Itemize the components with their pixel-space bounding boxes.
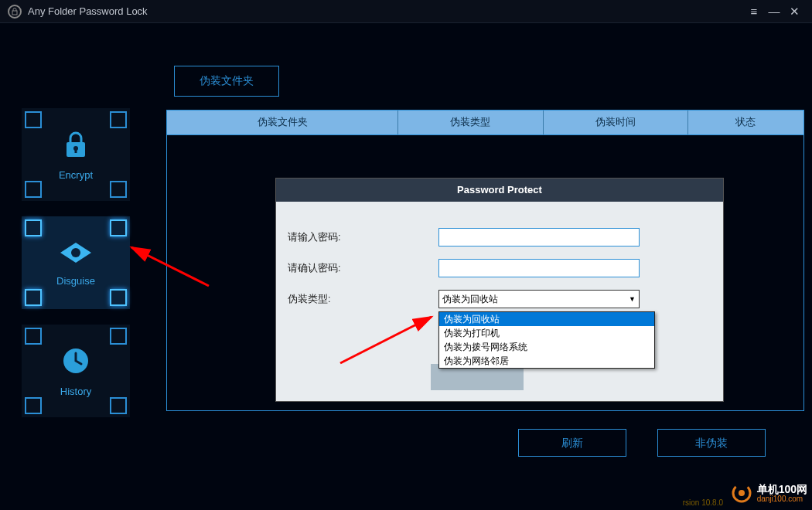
th-time[interactable]: 伪装时间 (544, 110, 688, 134)
th-folder[interactable]: 伪装文件夹 (167, 110, 398, 134)
th-status[interactable]: 状态 (688, 110, 803, 134)
lock-icon (8, 5, 22, 19)
th-type[interactable]: 伪装类型 (398, 110, 543, 134)
lock-icon (60, 129, 91, 163)
dialog-title: Password Protect (276, 178, 723, 202)
watermark-url: danji100.com (757, 495, 807, 503)
sidebar: Encrypt Disguise History (22, 108, 130, 433)
disguise-type-select[interactable]: 伪装为回收站 ▼ (438, 290, 640, 308)
minimize-button[interactable]: — (764, 5, 784, 18)
svg-rect-0 (12, 11, 17, 15)
type-row: 伪装类型: 伪装为回收站 ▼ (276, 285, 723, 313)
refresh-button[interactable]: 刷新 (518, 429, 626, 457)
bottom-buttons: 刷新 非伪装 (518, 429, 766, 457)
confirm-password-input[interactable] (438, 259, 640, 277)
confirm-row: 请确认密码: (276, 254, 723, 282)
dropdown-option[interactable]: 伪装为拨号网络系统 (439, 340, 654, 354)
disguise-folder-button[interactable]: 伪装文件夹 (174, 66, 279, 97)
window-title: Any Folder Password Lock (28, 5, 744, 17)
disguise-icon (59, 240, 93, 269)
sidebar-item-label: Encrypt (59, 169, 93, 181)
version-text: rsion 10.8.0 (683, 498, 723, 507)
titlebar: Any Folder Password Lock ≡ — ✕ (0, 0, 812, 23)
sidebar-item-disguise[interactable]: Disguise (22, 216, 130, 309)
dropdown[interactable]: 伪装为回收站 伪装为打印机 伪装为拨号网络系统 伪装为网络邻居 (438, 311, 655, 369)
type-label: 伪装类型: (276, 292, 438, 306)
content-area: Encrypt Disguise History 伪装文件夹 伪装文件夹 伪装类… (0, 23, 812, 510)
watermark-title: 单机100网 (757, 484, 807, 495)
table-header: 伪装文件夹 伪装类型 伪装时间 状态 (167, 110, 803, 135)
dropdown-option[interactable]: 伪装为网络邻居 (439, 354, 654, 368)
password-row: 请输入密码: (276, 223, 723, 251)
close-button[interactable]: ✕ (784, 5, 804, 19)
selected-value: 伪装为回收站 (442, 293, 498, 306)
password-input[interactable] (438, 228, 640, 246)
clock-icon (60, 345, 91, 379)
dropdown-option[interactable]: 伪装为打印机 (439, 326, 654, 340)
svg-rect-3 (75, 149, 77, 153)
password-dialog: Password Protect 请输入密码: 请确认密码: 伪装类型: 伪装为… (275, 178, 724, 402)
confirm-label: 请确认密码: (276, 261, 438, 275)
password-label: 请输入密码: (276, 230, 438, 244)
svg-point-9 (739, 490, 745, 496)
watermark: 单机100网 danji100.com (731, 482, 807, 504)
dialog-body: 请输入密码: 请确认密码: 伪装类型: 伪装为回收站 ▼ 伪装为回收站 伪装为打… (276, 202, 723, 401)
sidebar-item-encrypt[interactable]: Encrypt (22, 108, 130, 201)
chevron-down-icon: ▼ (629, 295, 636, 303)
dropdown-option[interactable]: 伪装为回收站 (439, 312, 654, 326)
undisguise-button[interactable]: 非伪装 (657, 429, 766, 457)
svg-point-4 (71, 248, 80, 257)
menu-icon[interactable]: ≡ (744, 5, 764, 18)
sidebar-item-history[interactable]: History (22, 325, 130, 417)
sidebar-item-label: Disguise (56, 275, 95, 287)
sidebar-item-label: History (60, 386, 91, 397)
